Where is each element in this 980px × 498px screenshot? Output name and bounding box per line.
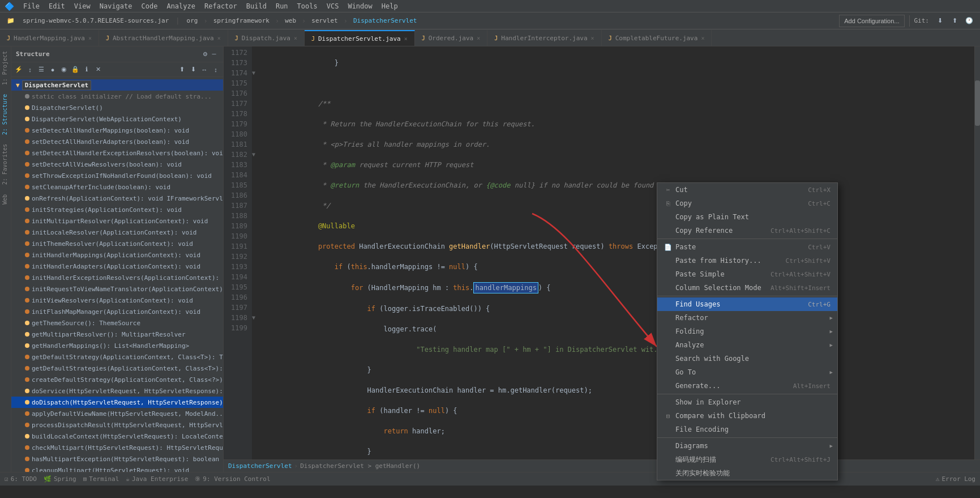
menu-navigate[interactable]: Navigate [95,1,137,11]
tree-item-buildlocalecontext[interactable]: buildLocaleContext(HttpServletRequest): … [11,431,223,442]
git-history-icon[interactable]: 🕐 [963,15,975,27]
structure-btn-8[interactable]: ✕ [93,65,103,75]
tree-item-initstrategies[interactable]: initStrategies(ApplicationContext): void [11,204,223,215]
tab-handlerinterceptor[interactable]: J HandlerInterceptor.java × [487,30,601,46]
menu-edit[interactable]: Edit [44,1,70,11]
tree-item-initmultipart[interactable]: initMultipartResolver(ApplicationContext… [11,215,223,227]
fold-arrow-1174[interactable]: ▼ [252,68,260,78]
tree-item-constructor2[interactable]: DispatcherServlet(WebApplicationContext) [11,113,223,125]
structure-btn-5[interactable]: ◉ [59,65,69,75]
tree-item-inittheme[interactable]: initThemeResolver(ApplicationContext): v… [11,238,223,249]
left-tab-structure[interactable]: 2: Structure [0,90,11,139]
structure-btn-1[interactable]: ⚡ [14,65,24,75]
ctx-find-usages[interactable]: Find Usages Ctrl+G [657,297,837,311]
structure-btn-4[interactable]: ● [48,65,58,75]
tree-item-setthrowexception[interactable]: setThrowExceptionIfNoHandlerFound(boolea… [11,170,223,181]
fold-arrow-1197[interactable]: ▼ [252,313,260,323]
tree-item-hasmultipart[interactable]: hasMultipartException(HttpServletRequest… [11,453,223,465]
ctx-paste-simple[interactable]: Paste Simple Ctrl+Alt+Shift+V [657,267,837,281]
status-spring[interactable]: 🌿 Spring [44,475,76,483]
left-tab-project[interactable]: 1: Project [0,46,11,90]
tree-item-initviewresolvers[interactable]: initViewResolvers(ApplicationContext): v… [11,295,223,306]
tree-item-gethandlermappings[interactable]: getHandlerMappings(): List<HandlerMappin… [11,340,223,351]
tab-close-icon[interactable]: × [294,35,297,41]
git-push-icon[interactable]: ⬆ [948,15,961,27]
tree-item-initlocale[interactable]: initLocaleResolver(ApplicationContext): … [11,227,223,238]
tree-item-inithandlermappings[interactable]: initHandlerMappings(ApplicationContext):… [11,249,223,261]
tree-item-cleanupmultipart[interactable]: cleanupMultipart(HttpServletRequest): vo… [11,465,223,472]
ctx-column-selection[interactable]: Column Selection Mode Alt+Shift+Insert [657,281,837,295]
tree-item-onrefresh[interactable]: onRefresh(ApplicationContext): void IFra… [11,193,223,204]
tree-item-setcleanup[interactable]: setCleanupAfterInclude(boolean): void [11,181,223,193]
tree-item-dodispatch[interactable]: doDispatch(HttpServletRequest, HttpServl… [11,397,223,408]
tree-item-constructor1[interactable]: DispatcherServlet() [11,102,223,113]
menu-build[interactable]: Build [242,1,271,11]
fold-arrow-1181[interactable]: ▼ [252,150,260,160]
structure-root-item[interactable]: ▼ DispatcherServlet [11,79,223,91]
tree-item-setdetectallviewresolvers[interactable]: setDetectAllViewResolvers(boolean): void [11,159,223,170]
menu-refactor[interactable]: Refactor [200,1,242,11]
menu-tools[interactable]: Tools [293,1,322,11]
ctx-analyze[interactable]: Analyze [657,338,837,352]
tree-item-setdetectallhandlerexception[interactable]: setDetectAllHandlerExceptionResolvers(bo… [11,147,223,159]
tree-item-static-init[interactable]: static class initializer // Load default… [11,91,223,102]
ctx-paste[interactable]: 📄 Paste Ctrl+V [657,240,837,254]
vertical-scrollbar[interactable] [974,46,980,459]
structure-settings-icon[interactable]: ⚙ [200,50,209,59]
menu-run[interactable]: Run [271,1,293,11]
menu-code[interactable]: Code [137,1,162,11]
project-icon[interactable]: 📁 [5,15,17,27]
tab-close-icon[interactable]: × [217,35,221,41]
ctx-copy-reference[interactable]: Copy Reference Ctrl+Alt+Shift+C [657,224,837,237]
tree-item-checkmultipart[interactable]: checkMultipart(HttpServletRequest): Http… [11,442,223,453]
left-tab-web[interactable]: Web [0,190,11,209]
tree-item-createdefault[interactable]: createDefaultStrategy(ApplicationContext… [11,374,223,385]
tree-item-initflashmapmanager[interactable]: initFlashMapManager(ApplicationContext):… [11,306,223,317]
ctx-compare-clipboard[interactable]: ⊟ Compare with Clipboard [657,409,837,423]
breadcrumb-gethandler[interactable]: DispatcherServlet > getHandler() [300,462,420,470]
status-java-enterprise[interactable]: ☕ Java Enterprise [126,475,188,483]
structure-scroll-top[interactable]: ⬆ [177,65,187,75]
status-version-control[interactable]: ⑨ 9: Version Control [195,475,270,483]
ctx-paste-history[interactable]: Paste from History... Ctrl+Shift+V [657,254,837,267]
tree-item-applydefaultviewname[interactable]: applyDefaultViewName(HttpServletRequest,… [11,408,223,419]
tree-item-inithandlerexception[interactable]: initHandlerExceptionResolvers(Applicatio… [11,272,223,283]
tab-close-icon[interactable]: × [591,35,594,41]
menu-help[interactable]: Help [377,1,403,11]
status-terminal[interactable]: ⊞ Terminal [83,475,119,483]
menu-view[interactable]: View [70,1,95,11]
tab-close-icon[interactable]: × [477,35,480,41]
ctx-file-encoding[interactable]: File Encoding [657,423,837,436]
structure-btn-3[interactable]: ☰ [36,65,46,75]
tree-item-getthemesource[interactable]: getThemeSource(): ThemeSource [11,317,223,329]
status-todo[interactable]: ☑ 6: TODO [5,475,37,483]
tab-dispatcherservlet[interactable]: J DispatcherServlet.java × [305,30,415,46]
tab-close-icon[interactable]: × [701,35,704,41]
menu-analyze[interactable]: Analyze [162,1,200,11]
ctx-search-google[interactable]: Search with Google [657,352,837,365]
tree-item-processdispatch[interactable]: processDispatchResult(HttpServletRequest… [11,419,223,431]
structure-collapse-all[interactable]: ↕ [211,65,221,75]
tree-item-setdetectallhandlermappings[interactable]: setDetectAllHandlerMappings(boolean): vo… [11,125,223,136]
ctx-copy[interactable]: ⎘ Copy Ctrl+C [657,197,837,210]
tab-dispatch[interactable]: J Dispatch.java × [228,30,305,46]
tab-completablefuture[interactable]: J CompletableFuture.java × [602,30,712,46]
tree-item-inithandleradapters[interactable]: initHandlerAdapters(ApplicationContext):… [11,261,223,272]
tree-item-doservice[interactable]: doService(HttpServletRequest, HttpServle… [11,385,223,397]
git-update-icon[interactable]: ⬇ [934,15,946,27]
structure-btn-7[interactable]: ℹ [82,65,92,75]
status-error-log[interactable]: ⚠ Error Log [936,475,975,483]
ctx-refactor[interactable]: Refactor [657,311,837,325]
menu-vcs[interactable]: VCS [322,1,344,11]
tree-item-initrequest[interactable]: initRequestToViewNameTranslator(Applicat… [11,283,223,295]
ctx-goto[interactable]: Go To [657,365,837,379]
structure-btn-2[interactable]: ↕ [25,65,35,75]
tree-item-getdefaultstrategy[interactable]: getDefaultStrategy(ApplicationContext, C… [11,351,223,363]
ctx-generate[interactable]: Generate... Alt+Insert [657,379,837,393]
menu-file[interactable]: File [19,1,44,11]
ctx-copy-plain-text[interactable]: Copy as Plain Text [657,210,837,224]
ctx-close-realtime[interactable]: 关闭实时检验功能 [657,466,837,480]
structure-btn-6[interactable]: 🔒 [70,65,80,75]
ctx-cut[interactable]: ✂ Cut Ctrl+X [657,183,837,197]
tab-ordered[interactable]: J Ordered.java × [415,30,488,46]
